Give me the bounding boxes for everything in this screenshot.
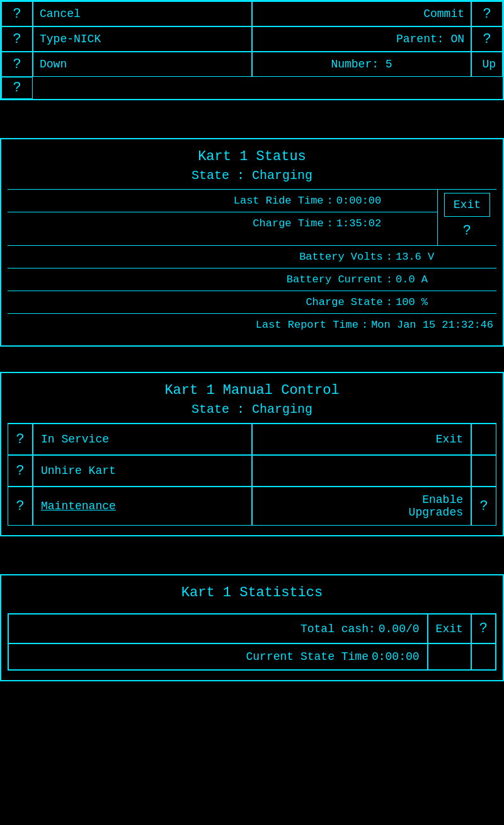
battery-current-row: Battery Current : 0.0 A xyxy=(8,268,496,291)
stats-empty-2 xyxy=(471,643,496,670)
parent-on-button[interactable]: Parent: ON xyxy=(252,26,471,52)
manual-q5[interactable]: ? xyxy=(471,487,496,526)
kart-status-exit-button[interactable]: Exit xyxy=(444,193,490,217)
manual-q2[interactable] xyxy=(471,424,496,455)
kart-stats-section: Kart 1 Statistics Total cash : 0.00/0 Ex… xyxy=(0,574,504,681)
charge-state-value: 100 % xyxy=(392,296,493,308)
maintenance-label: Maintenance xyxy=(41,500,116,512)
up-button[interactable]: Up xyxy=(471,52,503,77)
lrt-sep: : xyxy=(362,319,368,331)
last-report-time-value: Mon Jan 15 21:32:46 xyxy=(368,319,493,331)
kart-manual-state: State : Charging xyxy=(8,402,496,417)
status-state-label: State xyxy=(192,168,229,183)
toolbar: ? Cancel Commit ? ? Type-NICK Parent: ON… xyxy=(0,0,504,100)
charge-time-label: Charge Time xyxy=(11,217,327,229)
last-ride-time-row: Last Ride Time : 0:00:00 xyxy=(8,190,437,212)
cancel-button[interactable]: Cancel xyxy=(33,1,252,26)
toolbar-q2-row1[interactable]: ? xyxy=(471,1,503,26)
manual-q4[interactable]: ? xyxy=(8,487,33,526)
toolbar-q2-row3[interactable]: ? xyxy=(1,77,33,99)
toolbar-q1-row3[interactable]: ? xyxy=(1,52,33,77)
last-ride-time-value: 0:00:00 xyxy=(333,195,434,207)
total-cash-label: Total cash xyxy=(301,623,369,635)
cs-sep: : xyxy=(386,296,392,308)
status-separator2: : xyxy=(327,217,333,229)
battery-current-label: Battery Current xyxy=(11,274,386,286)
total-cash-label-cell: Total cash : 0.00/0 xyxy=(8,614,428,643)
kart-status-section: Kart 1 Status State : Charging Last Ride… xyxy=(0,138,504,347)
battery-current-value: 0.0 A xyxy=(392,274,493,286)
current-state-label-cell: Current State Time 0:00:00 xyxy=(8,643,428,670)
number-value: 5 xyxy=(386,58,392,71)
stats-exit-button[interactable]: Exit xyxy=(428,614,471,643)
enable-upgrades-button[interactable]: Enable Upgrades xyxy=(252,487,471,526)
manual-control-grid: ? In Service Exit ? Unhire Kart ? Mainte… xyxy=(8,423,496,526)
commit-button[interactable]: Commit xyxy=(252,1,471,26)
status-separator: : xyxy=(327,195,333,207)
maintenance-button[interactable]: Maintenance xyxy=(33,487,252,526)
kart-stats-title: Kart 1 Statistics xyxy=(8,585,496,601)
status-state-value: Charging xyxy=(252,168,312,183)
number-label: Number: xyxy=(331,58,379,71)
manual-state-value: Charging xyxy=(252,402,312,417)
manual-exit-button[interactable]: Exit xyxy=(252,424,471,455)
status-exit-area: Exit ? xyxy=(438,190,496,245)
manual-empty-2 xyxy=(471,455,496,487)
kart-status-state: State : Charging xyxy=(8,168,496,183)
manual-state-label: State xyxy=(192,402,229,417)
manual-empty-1 xyxy=(252,455,471,487)
current-state-value: 0:00:00 xyxy=(372,650,420,663)
unhire-kart-button[interactable]: Unhire Kart xyxy=(33,455,252,487)
charge-state-label: Charge State xyxy=(11,296,386,308)
kart-status-help[interactable]: ? xyxy=(460,220,474,242)
total-cash-sep: : xyxy=(369,623,375,635)
manual-q3[interactable]: ? xyxy=(8,455,33,487)
toolbar-q1-row1[interactable]: ? xyxy=(1,1,33,26)
down-button[interactable]: Down xyxy=(33,52,252,77)
toolbar-q1-row2[interactable]: ? xyxy=(1,26,33,52)
current-state-label: Current State Time xyxy=(246,650,369,663)
charge-state-row: Charge State : 100 % xyxy=(8,291,496,314)
in-service-button[interactable]: In Service xyxy=(33,424,252,455)
last-report-time-row: Last Report Time : Mon Jan 15 21:32:46 xyxy=(8,314,496,336)
charge-time-value: 1:35:02 xyxy=(333,217,434,229)
status-state-separator: : xyxy=(237,168,252,183)
status-data-left: Last Ride Time : 0:00:00 Charge Time : 1… xyxy=(8,190,438,245)
stats-grid: Total cash : 0.00/0 Exit ? Current State… xyxy=(8,613,496,671)
manual-state-sep: : xyxy=(237,402,252,417)
toolbar-q2-row2[interactable]: ? xyxy=(471,26,503,52)
bv-sep: : xyxy=(386,251,392,263)
battery-volts-label: Battery Volts xyxy=(11,251,386,263)
manual-q1[interactable]: ? xyxy=(8,424,33,455)
kart-manual-section: Kart 1 Manual Control State : Charging ?… xyxy=(0,372,504,536)
number-field: Number: 5 xyxy=(252,52,471,77)
bc-sep: : xyxy=(386,274,392,286)
kart-status-title: Kart 1 Status xyxy=(8,149,496,164)
battery-volts-row: Battery Volts : 13.6 V xyxy=(8,245,496,268)
last-ride-time-label: Last Ride Time xyxy=(11,195,327,207)
total-cash-value: 0.00/0 xyxy=(379,623,420,635)
last-report-time-label: Last Report Time xyxy=(11,319,362,331)
kart-manual-title: Kart 1 Manual Control xyxy=(8,383,496,398)
stats-empty-1 xyxy=(428,643,471,670)
battery-volts-value: 13.6 V xyxy=(392,251,493,263)
charge-time-row: Charge Time : 1:35:02 xyxy=(8,212,437,234)
type-nick-button[interactable]: Type-NICK xyxy=(33,26,252,52)
stats-help[interactable]: ? xyxy=(471,614,496,643)
